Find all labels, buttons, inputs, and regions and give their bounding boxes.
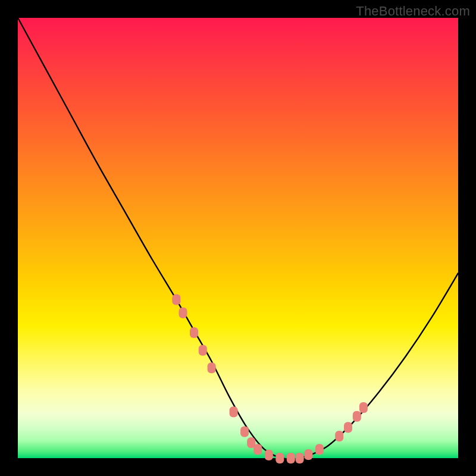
highlight-marker (208, 362, 216, 373)
bottleneck-curve (18, 18, 458, 459)
highlight-marker (265, 450, 273, 461)
highlight-marker (287, 453, 295, 464)
highlight-marker (240, 427, 249, 437)
highlight-marker (253, 444, 262, 455)
chart-frame: TheBottleneck.com (0, 0, 476, 476)
watermark-text: TheBottleneck.com (356, 4, 470, 19)
highlight-marker (304, 449, 312, 460)
highlight-marker (179, 308, 187, 318)
highlight-marker (172, 295, 180, 305)
curve-overlay (18, 18, 458, 458)
highlight-markers (172, 295, 368, 464)
highlight-marker (359, 402, 368, 413)
highlight-marker (353, 411, 361, 422)
highlight-marker (344, 422, 352, 433)
highlight-marker (190, 327, 198, 338)
highlight-marker (275, 453, 284, 464)
highlight-marker (199, 345, 207, 356)
highlight-marker (296, 453, 304, 464)
highlight-marker (335, 431, 343, 441)
plot-area (18, 18, 458, 458)
highlight-marker (315, 444, 324, 455)
highlight-marker (230, 406, 238, 417)
